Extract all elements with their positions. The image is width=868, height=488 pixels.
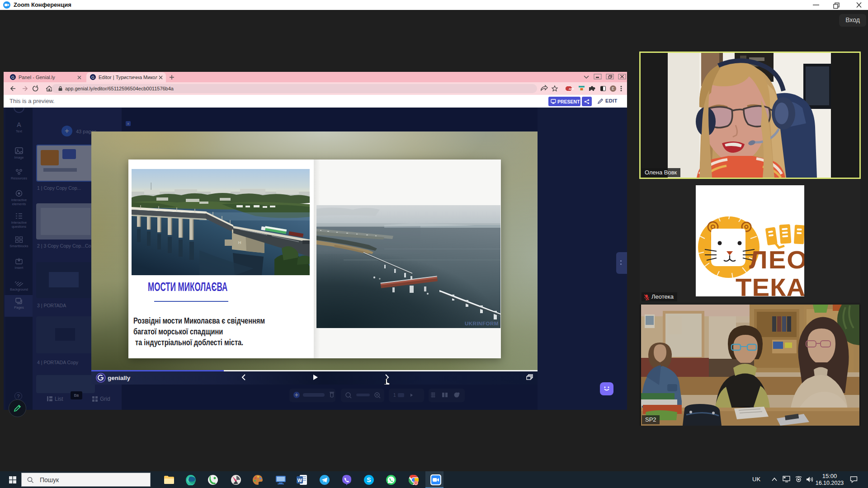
svg-text:ABP: ABP	[569, 88, 574, 90]
svg-text:O: O	[415, 482, 417, 485]
svg-text:UKRINFORM: UKRINFORM	[465, 321, 499, 326]
svg-text:W: W	[297, 478, 302, 483]
svg-text:ЛЕО: ЛЕО	[749, 246, 804, 274]
svg-text:ТЕКА: ТЕКА	[736, 273, 804, 296]
svg-text:G: G	[11, 75, 14, 80]
svg-text:E: E	[612, 86, 614, 91]
svg-text:G: G	[91, 75, 94, 80]
svg-text:S: S	[367, 476, 371, 483]
svg-text:H: H	[238, 240, 241, 245]
